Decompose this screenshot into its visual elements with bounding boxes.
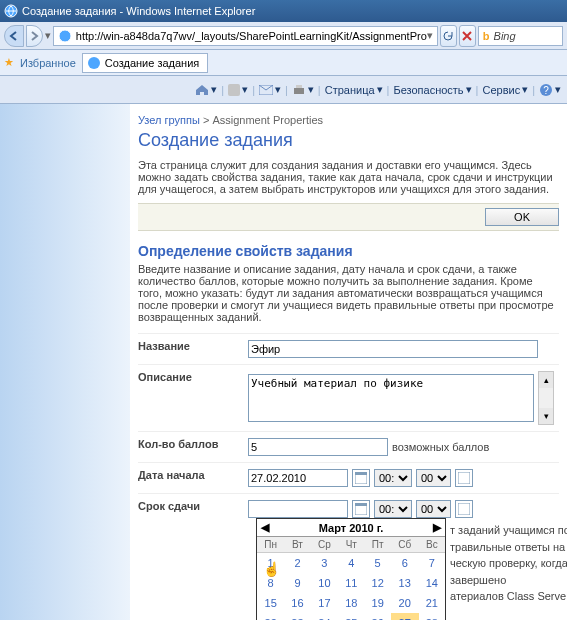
calendar-day[interactable]: 26 bbox=[364, 613, 390, 620]
calendar-day[interactable]: 4 bbox=[338, 553, 364, 574]
help-icon[interactable]: ?▾ bbox=[539, 83, 561, 97]
input-start-date[interactable] bbox=[248, 469, 348, 487]
select-due-hour[interactable]: 00: bbox=[374, 500, 412, 518]
breadcrumb-root[interactable]: Узел группы bbox=[138, 114, 200, 126]
select-start-min[interactable]: 00 bbox=[416, 469, 451, 487]
mail-icon[interactable]: ▾ bbox=[259, 83, 281, 96]
calendar-prev[interactable]: ◀ bbox=[261, 521, 269, 534]
tab-icon bbox=[87, 56, 101, 70]
calendar-day[interactable]: 17 bbox=[311, 593, 339, 613]
svg-text:?: ? bbox=[543, 85, 549, 96]
ok-button-top[interactable]: OK bbox=[485, 208, 559, 226]
stop-button[interactable] bbox=[459, 25, 476, 47]
calendar-day[interactable]: 2 bbox=[284, 553, 310, 574]
textarea-scrollbar[interactable]: ▴▾ bbox=[538, 371, 554, 425]
calendar-day[interactable]: 18 bbox=[338, 593, 364, 613]
calendar-day[interactable]: 16 bbox=[284, 593, 310, 613]
hidden-line1: т заданий учащимся после сдачи. bbox=[450, 522, 567, 539]
calendar-icon-due[interactable] bbox=[352, 500, 370, 518]
breadcrumb-current: Assignment Properties bbox=[212, 114, 323, 126]
address-dropdown[interactable]: ▾ bbox=[427, 29, 433, 42]
calendar-day[interactable]: 9 bbox=[284, 573, 310, 593]
calendar-grid: ПнВтСрЧтПтСбВс 1234567891011121314151617… bbox=[257, 537, 445, 620]
breadcrumb: Узел группы > Assignment Properties bbox=[138, 114, 559, 126]
print-icon[interactable]: ▾ bbox=[292, 83, 314, 96]
url-icon bbox=[58, 29, 72, 43]
calendar-day[interactable]: 3 bbox=[311, 553, 339, 574]
calendar-day[interactable]: 24 bbox=[311, 613, 339, 620]
calendar-day[interactable]: 6 bbox=[391, 553, 419, 574]
calendar-next[interactable]: ▶ bbox=[433, 521, 441, 534]
calendar-day[interactable]: 27 bbox=[391, 613, 419, 620]
calendar-day[interactable]: 22 bbox=[257, 613, 284, 620]
calendar-day[interactable]: 12 bbox=[364, 573, 390, 593]
back-button[interactable] bbox=[4, 25, 24, 47]
calendar-day[interactable]: 23 bbox=[284, 613, 310, 620]
url-text: http://win-a848da7q7wv/_layouts/SharePoi… bbox=[76, 30, 427, 42]
calendar-day[interactable]: 10 bbox=[311, 573, 339, 593]
tools-menu[interactable]: Сервис▾ bbox=[482, 83, 528, 96]
calendar-dow: Вс bbox=[419, 537, 445, 553]
calendar-dow: Чт bbox=[338, 537, 364, 553]
calendar-dow: Сб bbox=[391, 537, 419, 553]
input-desc[interactable]: Учебный материал по физике bbox=[248, 374, 534, 422]
svg-point-1 bbox=[59, 30, 71, 42]
refresh-button[interactable] bbox=[440, 25, 457, 47]
select-start-hour[interactable]: 00: bbox=[374, 469, 412, 487]
calendar-day[interactable]: 20 bbox=[391, 593, 419, 613]
section1-desc: Введите название и описание задания, дат… bbox=[138, 263, 559, 323]
calendar-day[interactable]: 13 bbox=[391, 573, 419, 593]
calendar-day[interactable]: 11 bbox=[338, 573, 364, 593]
svg-rect-6 bbox=[296, 85, 302, 88]
window-titlebar: Создание задания - Windows Internet Expl… bbox=[0, 0, 567, 22]
forward-button[interactable] bbox=[26, 25, 43, 47]
address-bar[interactable]: http://win-a848da7q7wv/_layouts/SharePoi… bbox=[53, 26, 438, 46]
window-title: Создание задания - Windows Internet Expl… bbox=[22, 5, 255, 17]
time-icon-due[interactable] bbox=[455, 500, 473, 518]
time-icon-start[interactable] bbox=[455, 469, 473, 487]
calendar-day[interactable]: 25 bbox=[338, 613, 364, 620]
calendar-day[interactable]: 7 bbox=[419, 553, 445, 574]
svg-rect-14 bbox=[458, 503, 470, 515]
calendar-day[interactable]: 21 bbox=[419, 593, 445, 613]
label-due: Срок сдачи bbox=[138, 500, 248, 512]
select-due-min[interactable]: 00 bbox=[416, 500, 451, 518]
page-intro: Эта страница служит для создания задания… bbox=[138, 159, 559, 195]
calendar-dow: Пн bbox=[257, 537, 284, 553]
svg-rect-3 bbox=[228, 84, 240, 96]
search-box[interactable]: b Bing bbox=[478, 26, 563, 46]
calendar-day[interactable]: 28 bbox=[419, 613, 445, 620]
browser-tab[interactable]: Создание задания bbox=[82, 53, 209, 73]
svg-rect-11 bbox=[458, 472, 470, 484]
calendar-day[interactable]: 1 bbox=[257, 553, 284, 574]
hidden-line2: травильные ответы на вопросы, bbox=[450, 539, 567, 556]
ie-icon bbox=[4, 4, 18, 18]
feed-icon[interactable]: ▾ bbox=[228, 83, 248, 96]
bing-icon: b bbox=[483, 30, 490, 42]
hidden-line3: ческую проверку, когда задание завершено bbox=[450, 555, 567, 588]
calendar-day[interactable]: 5 bbox=[364, 553, 390, 574]
input-due-date[interactable] bbox=[248, 500, 348, 518]
svg-rect-5 bbox=[294, 88, 304, 94]
home-icon[interactable]: ▾ bbox=[195, 83, 217, 96]
input-points[interactable] bbox=[248, 438, 388, 456]
page-title: Создание задания bbox=[138, 130, 559, 151]
svg-rect-13 bbox=[355, 503, 367, 506]
page-menu[interactable]: Страница▾ bbox=[325, 83, 383, 96]
calendar-popup: ◀ Март 2010 г. ▶ ПнВтСрЧтПтСбВс 12345678… bbox=[256, 518, 446, 620]
calendar-day[interactable]: 15 bbox=[257, 593, 284, 613]
safety-menu[interactable]: Безопасность▾ bbox=[393, 83, 471, 96]
calendar-title: Март 2010 г. bbox=[319, 522, 384, 534]
favorites-label[interactable]: Избранное bbox=[20, 57, 76, 69]
favorites-icon[interactable]: ★ bbox=[4, 56, 14, 69]
calendar-dow: Вт bbox=[284, 537, 310, 553]
calendar-day[interactable]: 19 bbox=[364, 593, 390, 613]
calendar-icon-start[interactable] bbox=[352, 469, 370, 487]
svg-rect-10 bbox=[355, 472, 367, 475]
calendar-day[interactable]: 8 bbox=[257, 573, 284, 593]
hidden-line4: атериалов Class Server) bbox=[450, 588, 567, 605]
calendar-dow: Пт bbox=[364, 537, 390, 553]
points-suffix: возможных баллов bbox=[392, 441, 489, 453]
calendar-day[interactable]: 14 bbox=[419, 573, 445, 593]
input-title[interactable] bbox=[248, 340, 538, 358]
